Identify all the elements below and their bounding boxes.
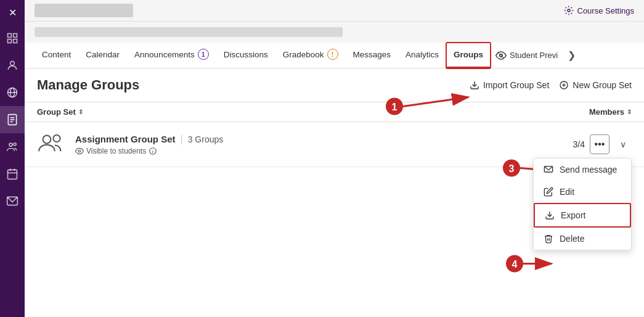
tab-announcements-label: Announcements [134, 50, 195, 59]
tab-analytics[interactable]: Analytics [398, 43, 446, 68]
tab-analytics-label: Analytics [406, 50, 439, 59]
nav-more-icon: ❯ [568, 49, 576, 61]
chevron-down-icon: ∨ [620, 139, 626, 149]
group-info: Assignment Group Set | 3 Groups Visible … [75, 134, 566, 155]
people-icon [6, 141, 18, 153]
group-name: Assignment Group Set [75, 134, 176, 144]
page-title: Manage Groups [37, 77, 139, 93]
eye-icon [75, 147, 84, 155]
tab-messages-label: Messages [353, 50, 391, 59]
delete-icon [544, 234, 553, 244]
calendar-icon [6, 168, 18, 180]
sidebar-item-user[interactable] [0, 52, 25, 79]
nav-more-button[interactable]: ❯ [563, 43, 581, 68]
tab-discussions-label: Discussions [224, 50, 268, 59]
new-group-set-button[interactable]: New Group Set [559, 80, 632, 90]
tab-messages[interactable]: Messages [346, 43, 399, 68]
tab-groups-label: Groups [454, 50, 483, 59]
edit-icon [544, 187, 553, 197]
svg-text:4: 4 [512, 259, 518, 270]
col-members-label: Members [589, 107, 624, 117]
sidebar-item-people[interactable] [0, 133, 25, 160]
subtitle-bar [25, 22, 644, 43]
student-preview-button[interactable]: Student Previ [491, 50, 563, 61]
announcements-badge: 1 [198, 49, 209, 60]
tab-gradebook[interactable]: Gradebook ! [275, 43, 346, 68]
svg-point-27 [78, 150, 81, 152]
plus-circle-icon [559, 80, 569, 90]
close-button[interactable]: ✕ [0, 0, 25, 25]
dropdown-menu: Send message Edit Export Delete [533, 158, 632, 250]
sort-icon-members: ⇕ [627, 109, 632, 115]
sidebar-item-home[interactable] [0, 25, 25, 52]
tab-announcements[interactable]: Announcements 1 [127, 43, 216, 68]
close-icon: ✕ [9, 7, 17, 19]
svg-point-4 [10, 61, 15, 65]
svg-point-13 [14, 143, 16, 146]
more-options-button[interactable]: ••• [590, 134, 609, 154]
tab-groups[interactable]: Groups [446, 43, 491, 68]
import-group-set-button[interactable]: Import Group Set [470, 80, 549, 90]
export-label: Export [561, 210, 585, 220]
svg-point-26 [53, 135, 60, 142]
dropdown-edit[interactable]: Edit [534, 181, 631, 203]
group-people-icon [37, 130, 67, 159]
svg-rect-2 [8, 39, 12, 43]
student-preview-icon [495, 50, 507, 61]
col-members-header[interactable]: Members ⇕ [589, 107, 632, 117]
svg-rect-0 [8, 34, 12, 38]
sidebar-item-calendar[interactable] [0, 160, 25, 187]
nav-tabs: Content Calendar Announcements 1 Discuss… [25, 43, 644, 68]
svg-rect-14 [8, 170, 17, 179]
student-preview-label: Student Previ [510, 51, 558, 60]
group-divider: | [181, 134, 183, 145]
tab-gradebook-label: Gradebook [283, 50, 324, 59]
dropdown-delete[interactable]: Delete [534, 228, 631, 250]
table-header: Group Set ⇕ Members ⇕ [25, 102, 644, 122]
svg-rect-1 [14, 34, 17, 38]
page-content: Manage Groups Import Group Set New Group… [25, 68, 644, 317]
new-group-set-label: New Group Set [573, 80, 632, 90]
visibility-label: Visible to students [86, 147, 146, 155]
tab-calendar-label: Calendar [86, 50, 120, 59]
delete-label: Delete [560, 234, 584, 244]
svg-rect-3 [14, 39, 17, 43]
svg-point-12 [9, 143, 12, 146]
sidebar-item-document[interactable] [0, 106, 25, 133]
col-group-set-label: Group Set [37, 107, 76, 117]
top-header: Course Settings [25, 0, 644, 22]
course-title-placeholder [35, 4, 133, 17]
table-row: Assignment Group Set | 3 Groups Visible … [25, 122, 644, 167]
more-options-icon: ••• [595, 139, 605, 150]
dropdown-send-message[interactable]: Send message [534, 158, 631, 181]
expand-button[interactable]: ∨ [614, 136, 632, 153]
sidebar-item-mail[interactable] [0, 187, 25, 215]
mail-icon [6, 195, 18, 207]
dropdown-export[interactable]: Export [534, 203, 631, 228]
info-icon [149, 147, 157, 155]
gear-icon [564, 6, 574, 15]
course-settings-button[interactable]: Course Settings [564, 6, 635, 15]
import-group-set-label: Import Group Set [483, 80, 549, 90]
import-icon [470, 80, 479, 90]
main-content: Course Settings Content Calendar Announc… [25, 0, 644, 317]
members-count: 3/4 [566, 139, 585, 149]
globe-icon [6, 86, 18, 99]
sidebar: ✕ [0, 0, 25, 317]
sort-icon-group-set: ⇕ [78, 109, 83, 115]
tab-calendar[interactable]: Calendar [78, 43, 127, 68]
manage-groups-header: Manage Groups Import Group Set New Group… [25, 68, 644, 102]
col-group-set-header[interactable]: Group Set ⇕ [37, 107, 83, 117]
edit-label: Edit [560, 187, 574, 197]
subtitle-placeholder [35, 27, 343, 37]
message-icon [544, 165, 553, 175]
tab-content[interactable]: Content [35, 43, 78, 68]
send-message-label: Send message [560, 165, 617, 175]
home-icon [6, 32, 18, 44]
tab-discussions[interactable]: Discussions [216, 43, 275, 68]
group-icon [37, 130, 67, 159]
sidebar-item-globe[interactable] [0, 79, 25, 106]
group-count: 3 Groups [188, 134, 224, 144]
export-icon [545, 210, 555, 220]
user-icon [6, 59, 18, 72]
